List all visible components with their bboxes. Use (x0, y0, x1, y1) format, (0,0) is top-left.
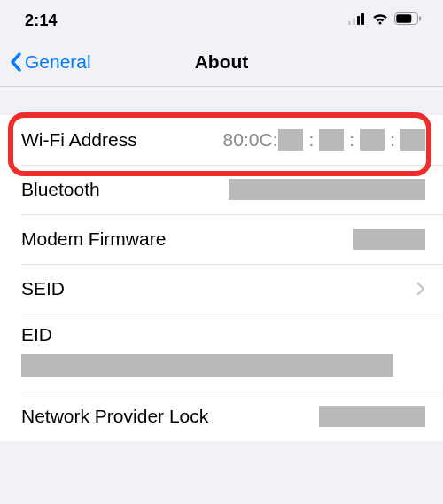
colon-sep: : (390, 129, 395, 151)
settings-list: Wi-Fi Address 80:0C:::: Bluetooth Modem … (0, 115, 443, 441)
row-value: 80:0C:::: (223, 129, 425, 151)
row-wifi-address[interactable]: Wi-Fi Address 80:0C:::: (0, 115, 443, 165)
battery-icon (394, 12, 422, 28)
svg-rect-0 (348, 21, 351, 25)
status-indicators (348, 12, 422, 28)
svg-rect-6 (396, 14, 411, 22)
row-value (229, 179, 425, 200)
redacted-block (400, 129, 425, 151)
disclosure-icon (416, 282, 425, 296)
nav-bar: General About (0, 37, 443, 87)
svg-rect-1 (353, 19, 355, 25)
row-value (319, 406, 425, 427)
svg-rect-2 (357, 16, 360, 25)
row-label: Network Provider Lock (21, 406, 208, 427)
redacted-block (319, 406, 425, 427)
redacted-block (278, 129, 303, 151)
row-eid[interactable]: EID (0, 314, 443, 392)
row-value (353, 229, 425, 250)
cellular-icon (348, 12, 366, 28)
wifi-icon (371, 12, 389, 28)
row-label: Modem Firmware (21, 229, 166, 250)
redacted-block (360, 129, 385, 151)
row-label: Wi-Fi Address (21, 129, 137, 151)
row-seid[interactable]: SEID (0, 264, 443, 314)
row-label: Bluetooth (21, 179, 100, 200)
wifi-address-partial: 80:0C: (223, 129, 278, 151)
svg-point-4 (378, 21, 381, 24)
status-bar: 2:14 (0, 0, 443, 37)
status-time: 2:14 (25, 12, 58, 30)
svg-rect-7 (419, 17, 421, 21)
redacted-block (353, 229, 425, 250)
chevron-left-icon (9, 51, 23, 73)
colon-sep: : (349, 129, 354, 151)
redacted-block (21, 354, 393, 377)
redacted-block (229, 179, 425, 200)
row-bluetooth[interactable]: Bluetooth (0, 165, 443, 214)
redacted-block (319, 129, 344, 151)
svg-rect-3 (361, 13, 364, 25)
back-label: General (25, 51, 91, 73)
page-title: About (195, 51, 249, 73)
row-label: EID (21, 324, 52, 345)
colon-sep: : (308, 129, 314, 151)
row-label: SEID (21, 278, 65, 299)
row-modem-firmware[interactable]: Modem Firmware (0, 214, 443, 264)
back-button[interactable]: General (9, 51, 91, 73)
row-network-provider-lock[interactable]: Network Provider Lock (0, 392, 443, 441)
